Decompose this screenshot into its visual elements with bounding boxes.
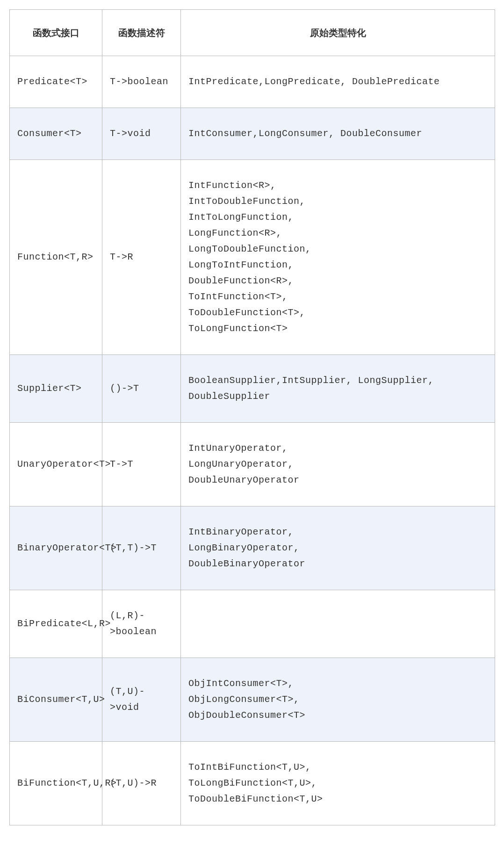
cell-interface: Supplier<T> bbox=[10, 355, 102, 423]
table-row: Consumer<T>T->voidIntConsumer,LongConsum… bbox=[10, 108, 495, 160]
cell-descriptor: (T,U)->R bbox=[102, 742, 181, 825]
cell-interface: UnaryOperator<T> bbox=[10, 423, 102, 506]
cell-interface: BiPredicate<L,R> bbox=[10, 590, 102, 658]
cell-specialization: ToIntBiFunction<T,U>, ToLongBiFunction<T… bbox=[181, 742, 495, 825]
table-row: BiFunction<T,U,R>(T,U)->RToIntBiFunction… bbox=[10, 742, 495, 825]
cell-specialization: IntConsumer,LongConsumer, DoubleConsumer bbox=[181, 108, 495, 160]
cell-descriptor: T->R bbox=[102, 160, 181, 355]
cell-specialization: BooleanSupplier,IntSupplier, LongSupplie… bbox=[181, 355, 495, 423]
table-header-row: 函数式接口 函数描述符 原始类型特化 bbox=[10, 10, 495, 56]
table-row: Predicate<T>T->booleanIntPredicate,LongP… bbox=[10, 56, 495, 108]
table-row: BinaryOperator<T>(T,T)->TIntBinaryOperat… bbox=[10, 506, 495, 590]
cell-descriptor: ()->T bbox=[102, 355, 181, 423]
cell-specialization bbox=[181, 590, 495, 658]
table-row: UnaryOperator<T>T->TIntUnaryOperator, Lo… bbox=[10, 423, 495, 506]
cell-interface: Function<T,R> bbox=[10, 160, 102, 355]
header-specialization: 原始类型特化 bbox=[181, 10, 495, 56]
cell-descriptor: (T,T)->T bbox=[102, 506, 181, 590]
table-row: Function<T,R>T->RIntFunction<R>, IntToDo… bbox=[10, 160, 495, 355]
table-row: BiPredicate<L,R>(L,R)->boolean bbox=[10, 590, 495, 658]
table-row: BiConsumer<T,U>(T,U)->voidObjIntConsumer… bbox=[10, 658, 495, 742]
cell-specialization: IntBinaryOperator, LongBinaryOperator, D… bbox=[181, 506, 495, 590]
cell-descriptor: (T,U)->void bbox=[102, 658, 181, 742]
cell-interface: BinaryOperator<T> bbox=[10, 506, 102, 590]
cell-specialization: ObjIntConsumer<T>, ObjLongConsumer<T>, O… bbox=[181, 658, 495, 742]
cell-specialization: IntUnaryOperator, LongUnaryOperator, Dou… bbox=[181, 423, 495, 506]
header-interface: 函数式接口 bbox=[10, 10, 102, 56]
cell-interface: Predicate<T> bbox=[10, 56, 102, 108]
cell-specialization: IntPredicate,LongPredicate, DoublePredic… bbox=[181, 56, 495, 108]
cell-interface: Consumer<T> bbox=[10, 108, 102, 160]
cell-specialization: IntFunction<R>, IntToDoubleFunction, Int… bbox=[181, 160, 495, 355]
cell-descriptor: T->void bbox=[102, 108, 181, 160]
cell-descriptor: T->boolean bbox=[102, 56, 181, 108]
table-row: Supplier<T>()->TBooleanSupplier,IntSuppl… bbox=[10, 355, 495, 423]
cell-interface: BiFunction<T,U,R> bbox=[10, 742, 102, 825]
functional-interface-table: 函数式接口 函数描述符 原始类型特化 Predicate<T>T->boolea… bbox=[9, 9, 495, 825]
cell-interface: BiConsumer<T,U> bbox=[10, 658, 102, 742]
cell-descriptor: T->T bbox=[102, 423, 181, 506]
cell-descriptor: (L,R)->boolean bbox=[102, 590, 181, 658]
header-descriptor: 函数描述符 bbox=[102, 10, 181, 56]
